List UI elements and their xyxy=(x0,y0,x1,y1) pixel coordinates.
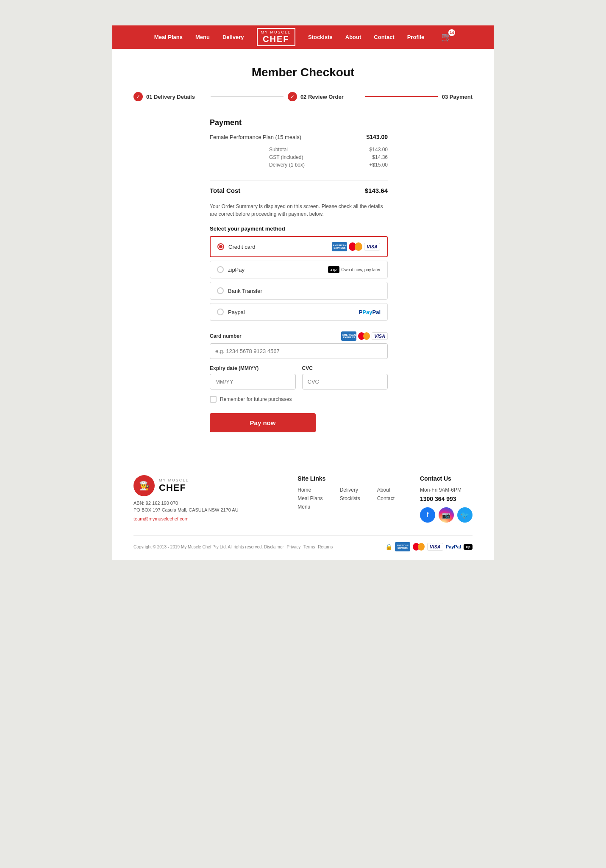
lock-icon: 🔒 xyxy=(385,543,392,550)
step2-check: ✓ xyxy=(288,92,297,101)
footer-bottom: Copyright © 2013 - 2019 My Muscle Chef P… xyxy=(133,535,473,551)
card-number-label: Card number AMERICANEXPRESS VISA xyxy=(210,331,388,341)
delivery-row: Delivery (1 box) +$15.00 xyxy=(269,162,388,168)
subtotal-label: Subtotal xyxy=(269,147,288,153)
delivery-value: +$15.00 xyxy=(369,162,388,168)
main-card: Member Checkout ✓ 01 Delivery Details ✓ … xyxy=(112,49,494,458)
zippay-icons: zip Own it now, pay later xyxy=(328,266,381,273)
mastercard-icon xyxy=(349,242,362,251)
paypal-icon: PPayPal xyxy=(359,309,381,315)
nav-profile[interactable]: Profile xyxy=(407,34,424,40)
footer-phone: 1300 364 993 xyxy=(420,495,473,502)
remember-label: Remember for future purchases xyxy=(220,396,292,402)
footer-paypal: PayPal xyxy=(446,544,461,549)
instagram-icon[interactable]: 📷 xyxy=(439,507,454,523)
footer-site-links: Site Links Home Meal Plans Menu Delivery… xyxy=(297,475,395,523)
footer-zip: zip xyxy=(464,544,473,550)
payment-option-credit[interactable]: Credit card AMERICANEXPRESS VISA xyxy=(210,236,388,257)
footer-hours: Mon-Fri 9AM-6PM xyxy=(420,487,473,493)
footer-returns[interactable]: Returns xyxy=(318,545,333,549)
gst-value: $14.36 xyxy=(372,154,388,160)
cart-count: 14 xyxy=(448,29,455,36)
nav-delivery[interactable]: Delivery xyxy=(222,34,244,40)
nav-stockists[interactable]: Stockists xyxy=(308,34,333,40)
card-brand-icons: AMERICANEXPRESS VISA xyxy=(341,331,388,341)
payment-title: Payment xyxy=(210,118,388,127)
footer-link-stockists[interactable]: Stockists xyxy=(340,495,360,501)
zip-badge: zip xyxy=(328,266,340,273)
paypal-label: Paypal xyxy=(228,309,245,315)
site-links-title: Site Links xyxy=(297,475,395,482)
gst-row: GST (included) $14.36 xyxy=(269,154,388,160)
order-note: Your Order Summary is displayed on this … xyxy=(210,203,388,218)
remember-checkbox[interactable] xyxy=(210,396,217,403)
footer-amex: AMERICANEXPRESS xyxy=(395,542,410,551)
radio-dot-credit xyxy=(219,245,222,248)
nav-about[interactable]: About xyxy=(345,34,361,40)
payment-option-bank[interactable]: Bank Transfer xyxy=(210,282,388,300)
subtotal-value: $143.00 xyxy=(370,147,388,153)
footer-link-meal-plans[interactable]: Meal Plans xyxy=(297,495,322,501)
footer-link-menu[interactable]: Menu xyxy=(297,504,322,510)
footer-email[interactable]: team@mymusclechef.com xyxy=(133,516,189,521)
step2-label: 02 Review Order xyxy=(300,94,344,100)
form-visa-icon: VISA xyxy=(372,332,388,340)
card-number-input[interactable] xyxy=(210,343,388,359)
footer-link-contact[interactable]: Contact xyxy=(377,495,395,501)
payment-option-zippay[interactable]: zipPay zip Own it now, pay later xyxy=(210,261,388,278)
form-mastercard-icon xyxy=(358,332,370,340)
nav-meal-plans[interactable]: Meal Plans xyxy=(154,34,183,40)
step-line-2 xyxy=(365,96,438,97)
remember-row: Remember for future purchases xyxy=(210,396,388,403)
amex-icon: AMERICANEXPRESS xyxy=(332,242,347,251)
footer-logo-icon: 👨‍🍳 xyxy=(133,475,155,496)
nav-menu[interactable]: Menu xyxy=(195,34,210,40)
facebook-icon[interactable]: f xyxy=(420,507,435,523)
nav-contact[interactable]: Contact xyxy=(374,34,394,40)
payment-method-label: Select your payment method xyxy=(210,225,388,232)
footer-contact: Contact Us Mon-Fri 9AM-6PM 1300 364 993 … xyxy=(420,475,473,523)
social-icons: f 📷 🐦 xyxy=(420,507,473,523)
radio-credit xyxy=(217,243,224,250)
subtotals-block: Subtotal $143.00 GST (included) $14.36 D… xyxy=(210,147,388,174)
footer-logo-large: CHEF xyxy=(159,482,189,493)
footer-terms[interactable]: Terms xyxy=(303,545,315,549)
credit-card-icons: AMERICANEXPRESS VISA xyxy=(332,242,380,251)
footer-logo-small: MY MUSCLE xyxy=(159,478,189,482)
zip-text: Own it now, pay later xyxy=(341,267,381,272)
payment-section: Payment Female Performance Plan (15 meal… xyxy=(210,118,388,432)
step3-label: 03 Payment xyxy=(442,94,473,100)
footer-privacy[interactable]: Privacy xyxy=(287,545,301,549)
cvc-label: CVC xyxy=(302,365,388,371)
footer-link-about[interactable]: About xyxy=(377,487,395,493)
footer-links-col1: Home Meal Plans Menu xyxy=(297,487,322,512)
credit-label: Credit card xyxy=(228,244,256,250)
twitter-icon[interactable]: 🐦 xyxy=(457,507,473,523)
radio-bank xyxy=(217,287,224,294)
expiry-input[interactable] xyxy=(210,374,296,389)
expiry-label: Expiry date (MM/YY) xyxy=(210,365,296,371)
step-3: 03 Payment xyxy=(442,94,473,100)
navbar: Meal Plans Menu Delivery MY MUSCLE CHEF … xyxy=(112,25,494,49)
pay-button[interactable]: Pay now xyxy=(210,413,316,432)
footer-link-home[interactable]: Home xyxy=(297,487,322,493)
item-price: $143.00 xyxy=(366,134,388,140)
total-row: Total Cost $143.64 xyxy=(210,187,388,194)
contact-title: Contact Us xyxy=(420,475,473,482)
nav-logo[interactable]: MY MUSCLE CHEF xyxy=(257,28,295,47)
page-title: Member Checkout xyxy=(133,66,473,79)
payment-option-paypal[interactable]: Paypal PPayPal xyxy=(210,303,388,321)
footer-link-delivery[interactable]: Delivery xyxy=(340,487,360,493)
step-2: ✓ 02 Review Order xyxy=(288,92,361,101)
footer-disclaimer[interactable]: Disclaimer xyxy=(264,545,284,549)
total-label: Total Cost xyxy=(210,187,240,194)
subtotal-row: Subtotal $143.00 xyxy=(269,147,388,153)
cvc-input[interactable] xyxy=(302,374,388,389)
delivery-label: Delivery (1 box) xyxy=(269,162,305,168)
cart-button[interactable]: 🛒 14 xyxy=(441,32,452,42)
visa-icon: VISA xyxy=(364,243,380,250)
form-amex-icon: AMERICANEXPRESS xyxy=(341,331,356,341)
card-form: Card number AMERICANEXPRESS VISA xyxy=(210,331,388,432)
step1-check: ✓ xyxy=(133,92,143,101)
footer-payment-icons: 🔒 AMERICANEXPRESS VISA PayPal zip xyxy=(385,542,473,551)
